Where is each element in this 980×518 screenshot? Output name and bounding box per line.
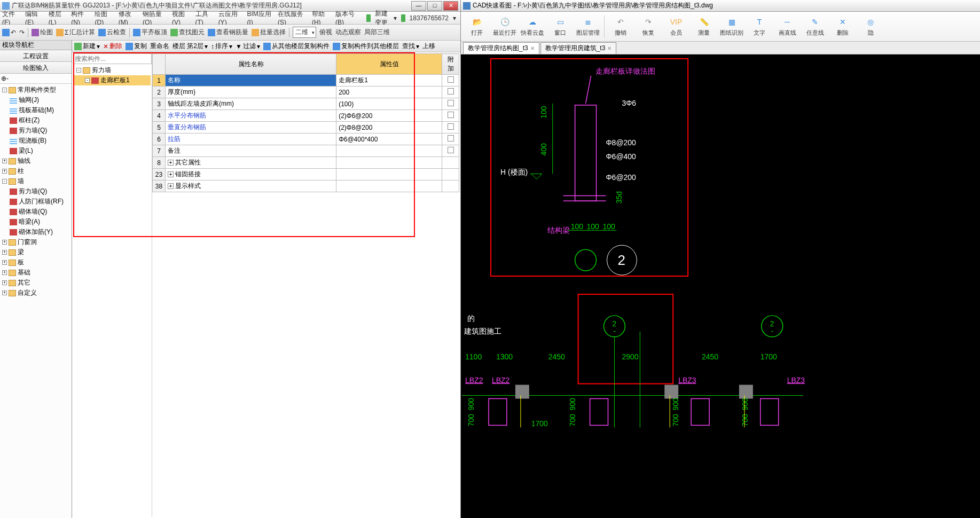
component-search-input[interactable]	[73, 53, 152, 64]
menu-online[interactable]: 在线服务(S)	[278, 10, 307, 26]
ct-filter[interactable]: ▼ 过滤 ▾	[236, 42, 260, 51]
menu-floor[interactable]: 楼层(L)	[49, 10, 66, 26]
tree-item[interactable]: +梁	[1, 247, 70, 257]
nav-tab-draw[interactable]: 绘图输入	[0, 62, 72, 74]
ribbon-撤销[interactable]: ↶撤销	[608, 13, 633, 41]
drawing-tab[interactable]: 教学管理房结构图_t3✕	[463, 42, 539, 54]
ribbon-最近打开[interactable]: 🕒最近打开	[492, 13, 518, 41]
tb-view-rebar[interactable]: 查看钢筋量	[208, 28, 248, 37]
tb-orbit[interactable]: 动态观察	[335, 28, 361, 37]
menu-view[interactable]: 视图(V)	[172, 10, 190, 26]
ribbon-打开[interactable]: 📂打开	[464, 13, 490, 41]
tree-item[interactable]: 现浇板(B)	[1, 136, 70, 146]
tree-item[interactable]: 框柱(Z)	[1, 115, 70, 125]
ribbon-图纸识别[interactable]: ▦图纸识别	[719, 13, 744, 41]
tree-item[interactable]: +基础	[1, 268, 70, 278]
property-row[interactable]: 7备注	[153, 145, 459, 157]
tb-undo[interactable]: ↶	[2, 29, 16, 36]
ct-copy-from[interactable]: 从其他楼层复制构件	[263, 42, 330, 51]
tb-draw[interactable]: 绘图	[32, 28, 53, 37]
ct-delete[interactable]: ✕ 删除	[103, 42, 122, 51]
property-row[interactable]: 4水平分布钢筋(2)Φ6@200	[153, 110, 459, 122]
component-item[interactable]: -走廊栏板1	[74, 75, 151, 85]
tree-item[interactable]: +自定义	[1, 288, 70, 298]
ct-copy[interactable]: 复制	[126, 42, 147, 51]
ribbon-删除[interactable]: ✕删除	[830, 13, 856, 41]
menu-tool[interactable]: 工具(T)	[195, 10, 213, 26]
menu-component[interactable]: 构件(N)	[71, 10, 89, 26]
ribbon-图层管理[interactable]: ≣图层管理	[575, 13, 601, 41]
tree-item[interactable]: 剪力墙(Q)	[1, 186, 70, 197]
nav-tab-project[interactable]: 工程设置	[0, 50, 72, 62]
tree-item[interactable]: +轴线	[1, 156, 70, 166]
tree-item[interactable]: 砌体墙(Q)	[1, 207, 70, 217]
ribbon-恢复[interactable]: ↷恢复	[636, 13, 661, 41]
ribbon-文字[interactable]: T文字	[747, 13, 772, 41]
text-de: 的	[467, 314, 475, 323]
tb-sum[interactable]: Σ 汇总计算	[56, 28, 95, 37]
menu-edit[interactable]: 编辑(E)	[25, 10, 43, 26]
menu-rebar[interactable]: 钢筋量(Q)	[143, 10, 167, 26]
user-phone[interactable]: 18376765672	[410, 14, 449, 22]
property-row[interactable]: 38+显示样式	[153, 180, 459, 192]
property-row[interactable]: 3轴线距左墙皮距离(mm)(100)	[153, 98, 459, 110]
tab-close-icon[interactable]: ✕	[607, 45, 611, 51]
tree-item[interactable]: -墙	[1, 176, 70, 186]
cad-canvas[interactable]: H (楼面) 走廊栏板详做法图 结构梁 100 400 3Φ6 Φ8@200 Φ…	[461, 54, 980, 518]
tree-item[interactable]: 轴网(J)	[1, 95, 70, 105]
menu-file[interactable]: 文件(F)	[2, 10, 20, 26]
menu-draw[interactable]: 绘图(D)	[95, 10, 113, 26]
drawing-tab[interactable]: 教学管理用房建筑_t3✕	[540, 42, 617, 54]
ct-new[interactable]: 新建 ▾	[74, 42, 100, 51]
tree-item[interactable]: 筏板基础(M)	[1, 105, 70, 115]
tb-cloudcheck[interactable]: 云检查	[98, 28, 126, 37]
ribbon-画直线[interactable]: ─画直线	[774, 13, 800, 41]
ribbon-快看云盘[interactable]: ☁快看云盘	[520, 13, 545, 41]
ct-rename[interactable]: 重命名	[150, 42, 169, 51]
tb-redo[interactable]: ↷	[19, 29, 25, 36]
ribbon-隐[interactable]: ◎隐	[858, 13, 883, 41]
ribbon-任意线[interactable]: ✎任意线	[802, 13, 828, 41]
cad-app-icon	[463, 2, 471, 10]
ribbon-会员[interactable]: VIP会员	[663, 13, 689, 41]
ct-floor[interactable]: 楼层 第2层 ▾	[173, 42, 208, 51]
tree-item[interactable]: 暗梁(A)	[1, 217, 70, 227]
menu-bim[interactable]: BIM应用(I)	[247, 10, 272, 26]
ribbon-窗口[interactable]: ▭窗口	[547, 13, 573, 41]
menu-modify[interactable]: 修改(M)	[119, 10, 137, 26]
property-row[interactable]: 2厚度(mm)200	[153, 87, 459, 98]
tree-item[interactable]: +柱	[1, 166, 70, 176]
tree-item[interactable]: 人防门框墙(RF)	[1, 197, 70, 207]
menu-version[interactable]: 版本号(B)	[335, 10, 359, 26]
property-row[interactable]: 1名称走廊栏板1	[153, 75, 459, 87]
tree-item[interactable]: -常用构件类型	[1, 85, 70, 95]
component-type-tree[interactable]: -常用构件类型轴网(J)筏板基础(M)框柱(Z)剪力墙(Q)现浇板(B)梁(L)…	[0, 84, 72, 518]
svg-text:LBZ3: LBZ3	[678, 376, 696, 384]
nav-toggle-icon[interactable]: ⊕-	[1, 75, 9, 82]
tb-batch-select[interactable]: 批量选择	[252, 28, 286, 37]
component-item[interactable]: -剪力墙	[74, 65, 151, 75]
tb-local3d[interactable]: 局部三维	[364, 28, 390, 37]
property-row[interactable]: 5垂直分布钢筋(2)Φ8@200	[153, 122, 459, 134]
ct-copy-to[interactable]: 复制构件到其他楼层	[333, 42, 399, 51]
property-row[interactable]: 8+其它属性	[153, 157, 459, 169]
ct-up[interactable]: 上移	[422, 42, 435, 51]
menu-help[interactable]: 帮助(H)	[312, 10, 330, 26]
ribbon-测量[interactable]: 📏测量	[691, 13, 717, 41]
tree-item[interactable]: 剪力墙(Q)	[1, 125, 70, 136]
tree-item[interactable]: 砌体加筋(Y)	[1, 227, 70, 237]
ct-find[interactable]: 查找 ▾	[402, 42, 419, 51]
tree-item[interactable]: +板	[1, 257, 70, 268]
menu-cloud[interactable]: 云应用(Y)	[218, 10, 242, 26]
property-row[interactable]: 6拉筋Φ6@400*400	[153, 134, 459, 145]
tb-topview[interactable]: 俯视	[319, 28, 332, 37]
view-mode-select[interactable]: 二维	[293, 27, 316, 38]
property-row[interactable]: 23+锚固搭接	[153, 169, 459, 180]
tree-item[interactable]: +其它	[1, 278, 70, 288]
tab-close-icon[interactable]: ✕	[530, 45, 535, 51]
tree-item[interactable]: +门窗洞	[1, 237, 70, 247]
tree-item[interactable]: 梁(L)	[1, 146, 70, 156]
ct-sort[interactable]: ↕ 排序 ▾	[211, 42, 232, 51]
tb-aligntop[interactable]: 平齐板顶	[133, 28, 167, 37]
tb-find-element[interactable]: 查找图元	[170, 28, 205, 37]
